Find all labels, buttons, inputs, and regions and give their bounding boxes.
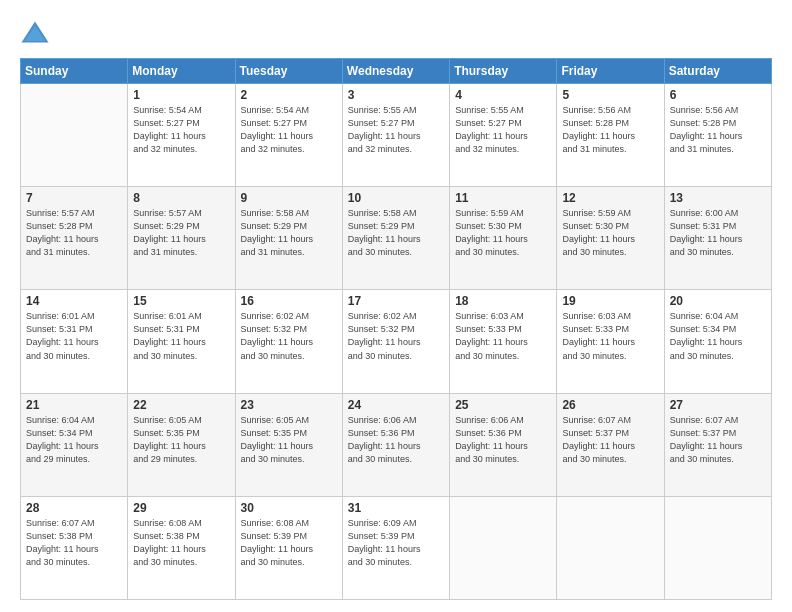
calendar-cell: 18Sunrise: 6:03 AM Sunset: 5:33 PM Dayli…: [450, 290, 557, 393]
day-info: Sunrise: 5:55 AM Sunset: 5:27 PM Dayligh…: [348, 104, 445, 156]
day-info: Sunrise: 5:59 AM Sunset: 5:30 PM Dayligh…: [562, 207, 659, 259]
calendar-cell: 16Sunrise: 6:02 AM Sunset: 5:32 PM Dayli…: [235, 290, 342, 393]
calendar-cell: 26Sunrise: 6:07 AM Sunset: 5:37 PM Dayli…: [557, 393, 664, 496]
calendar-cell: 21Sunrise: 6:04 AM Sunset: 5:34 PM Dayli…: [21, 393, 128, 496]
page: SundayMondayTuesdayWednesdayThursdayFrid…: [0, 0, 792, 612]
day-number: 27: [670, 398, 767, 412]
day-info: Sunrise: 6:00 AM Sunset: 5:31 PM Dayligh…: [670, 207, 767, 259]
day-info: Sunrise: 6:03 AM Sunset: 5:33 PM Dayligh…: [455, 310, 552, 362]
day-number: 22: [133, 398, 230, 412]
calendar-cell: [557, 496, 664, 599]
calendar-cell: 5Sunrise: 5:56 AM Sunset: 5:28 PM Daylig…: [557, 84, 664, 187]
calendar-cell: [664, 496, 771, 599]
calendar-cell: 14Sunrise: 6:01 AM Sunset: 5:31 PM Dayli…: [21, 290, 128, 393]
day-info: Sunrise: 6:04 AM Sunset: 5:34 PM Dayligh…: [670, 310, 767, 362]
calendar-header-row: SundayMondayTuesdayWednesdayThursdayFrid…: [21, 59, 772, 84]
week-row-2: 7Sunrise: 5:57 AM Sunset: 5:28 PM Daylig…: [21, 187, 772, 290]
day-info: Sunrise: 5:58 AM Sunset: 5:29 PM Dayligh…: [348, 207, 445, 259]
day-info: Sunrise: 5:57 AM Sunset: 5:28 PM Dayligh…: [26, 207, 123, 259]
col-header-thursday: Thursday: [450, 59, 557, 84]
calendar-cell: 15Sunrise: 6:01 AM Sunset: 5:31 PM Dayli…: [128, 290, 235, 393]
calendar-cell: 31Sunrise: 6:09 AM Sunset: 5:39 PM Dayli…: [342, 496, 449, 599]
day-info: Sunrise: 6:01 AM Sunset: 5:31 PM Dayligh…: [26, 310, 123, 362]
calendar-cell: [450, 496, 557, 599]
day-info: Sunrise: 5:54 AM Sunset: 5:27 PM Dayligh…: [133, 104, 230, 156]
day-number: 2: [241, 88, 338, 102]
day-number: 23: [241, 398, 338, 412]
day-info: Sunrise: 5:56 AM Sunset: 5:28 PM Dayligh…: [670, 104, 767, 156]
calendar-cell: 19Sunrise: 6:03 AM Sunset: 5:33 PM Dayli…: [557, 290, 664, 393]
day-info: Sunrise: 6:02 AM Sunset: 5:32 PM Dayligh…: [241, 310, 338, 362]
day-number: 11: [455, 191, 552, 205]
calendar-cell: 3Sunrise: 5:55 AM Sunset: 5:27 PM Daylig…: [342, 84, 449, 187]
week-row-5: 28Sunrise: 6:07 AM Sunset: 5:38 PM Dayli…: [21, 496, 772, 599]
calendar-cell: 1Sunrise: 5:54 AM Sunset: 5:27 PM Daylig…: [128, 84, 235, 187]
day-number: 19: [562, 294, 659, 308]
week-row-3: 14Sunrise: 6:01 AM Sunset: 5:31 PM Dayli…: [21, 290, 772, 393]
calendar-cell: 20Sunrise: 6:04 AM Sunset: 5:34 PM Dayli…: [664, 290, 771, 393]
day-number: 24: [348, 398, 445, 412]
day-info: Sunrise: 6:06 AM Sunset: 5:36 PM Dayligh…: [348, 414, 445, 466]
calendar-cell: [21, 84, 128, 187]
col-header-monday: Monday: [128, 59, 235, 84]
day-number: 12: [562, 191, 659, 205]
header: [20, 16, 772, 50]
calendar-cell: 25Sunrise: 6:06 AM Sunset: 5:36 PM Dayli…: [450, 393, 557, 496]
calendar-cell: 13Sunrise: 6:00 AM Sunset: 5:31 PM Dayli…: [664, 187, 771, 290]
day-number: 4: [455, 88, 552, 102]
day-number: 25: [455, 398, 552, 412]
calendar-cell: 17Sunrise: 6:02 AM Sunset: 5:32 PM Dayli…: [342, 290, 449, 393]
day-number: 16: [241, 294, 338, 308]
col-header-friday: Friday: [557, 59, 664, 84]
day-number: 29: [133, 501, 230, 515]
day-info: Sunrise: 6:04 AM Sunset: 5:34 PM Dayligh…: [26, 414, 123, 466]
day-info: Sunrise: 6:07 AM Sunset: 5:38 PM Dayligh…: [26, 517, 123, 569]
day-number: 18: [455, 294, 552, 308]
day-info: Sunrise: 6:05 AM Sunset: 5:35 PM Dayligh…: [241, 414, 338, 466]
day-info: Sunrise: 6:05 AM Sunset: 5:35 PM Dayligh…: [133, 414, 230, 466]
calendar-cell: 4Sunrise: 5:55 AM Sunset: 5:27 PM Daylig…: [450, 84, 557, 187]
day-info: Sunrise: 5:58 AM Sunset: 5:29 PM Dayligh…: [241, 207, 338, 259]
calendar-table: SundayMondayTuesdayWednesdayThursdayFrid…: [20, 58, 772, 600]
day-info: Sunrise: 5:56 AM Sunset: 5:28 PM Dayligh…: [562, 104, 659, 156]
day-info: Sunrise: 6:03 AM Sunset: 5:33 PM Dayligh…: [562, 310, 659, 362]
calendar-cell: 11Sunrise: 5:59 AM Sunset: 5:30 PM Dayli…: [450, 187, 557, 290]
calendar-cell: 2Sunrise: 5:54 AM Sunset: 5:27 PM Daylig…: [235, 84, 342, 187]
day-info: Sunrise: 6:08 AM Sunset: 5:39 PM Dayligh…: [241, 517, 338, 569]
day-info: Sunrise: 5:59 AM Sunset: 5:30 PM Dayligh…: [455, 207, 552, 259]
col-header-tuesday: Tuesday: [235, 59, 342, 84]
calendar-cell: 9Sunrise: 5:58 AM Sunset: 5:29 PM Daylig…: [235, 187, 342, 290]
day-number: 8: [133, 191, 230, 205]
day-number: 26: [562, 398, 659, 412]
logo-icon: [20, 20, 50, 50]
calendar-cell: 12Sunrise: 5:59 AM Sunset: 5:30 PM Dayli…: [557, 187, 664, 290]
calendar-cell: 30Sunrise: 6:08 AM Sunset: 5:39 PM Dayli…: [235, 496, 342, 599]
day-number: 5: [562, 88, 659, 102]
day-info: Sunrise: 5:55 AM Sunset: 5:27 PM Dayligh…: [455, 104, 552, 156]
col-header-sunday: Sunday: [21, 59, 128, 84]
day-number: 31: [348, 501, 445, 515]
day-number: 6: [670, 88, 767, 102]
col-header-saturday: Saturday: [664, 59, 771, 84]
day-number: 15: [133, 294, 230, 308]
day-number: 9: [241, 191, 338, 205]
day-number: 1: [133, 88, 230, 102]
calendar-cell: 24Sunrise: 6:06 AM Sunset: 5:36 PM Dayli…: [342, 393, 449, 496]
day-number: 21: [26, 398, 123, 412]
day-number: 17: [348, 294, 445, 308]
calendar-cell: 6Sunrise: 5:56 AM Sunset: 5:28 PM Daylig…: [664, 84, 771, 187]
day-number: 14: [26, 294, 123, 308]
calendar-cell: 29Sunrise: 6:08 AM Sunset: 5:38 PM Dayli…: [128, 496, 235, 599]
day-number: 28: [26, 501, 123, 515]
calendar-cell: 22Sunrise: 6:05 AM Sunset: 5:35 PM Dayli…: [128, 393, 235, 496]
day-info: Sunrise: 6:09 AM Sunset: 5:39 PM Dayligh…: [348, 517, 445, 569]
day-info: Sunrise: 6:07 AM Sunset: 5:37 PM Dayligh…: [562, 414, 659, 466]
calendar-cell: 10Sunrise: 5:58 AM Sunset: 5:29 PM Dayli…: [342, 187, 449, 290]
day-info: Sunrise: 6:08 AM Sunset: 5:38 PM Dayligh…: [133, 517, 230, 569]
day-info: Sunrise: 5:54 AM Sunset: 5:27 PM Dayligh…: [241, 104, 338, 156]
day-number: 30: [241, 501, 338, 515]
day-info: Sunrise: 6:07 AM Sunset: 5:37 PM Dayligh…: [670, 414, 767, 466]
day-info: Sunrise: 6:06 AM Sunset: 5:36 PM Dayligh…: [455, 414, 552, 466]
day-number: 3: [348, 88, 445, 102]
day-number: 7: [26, 191, 123, 205]
